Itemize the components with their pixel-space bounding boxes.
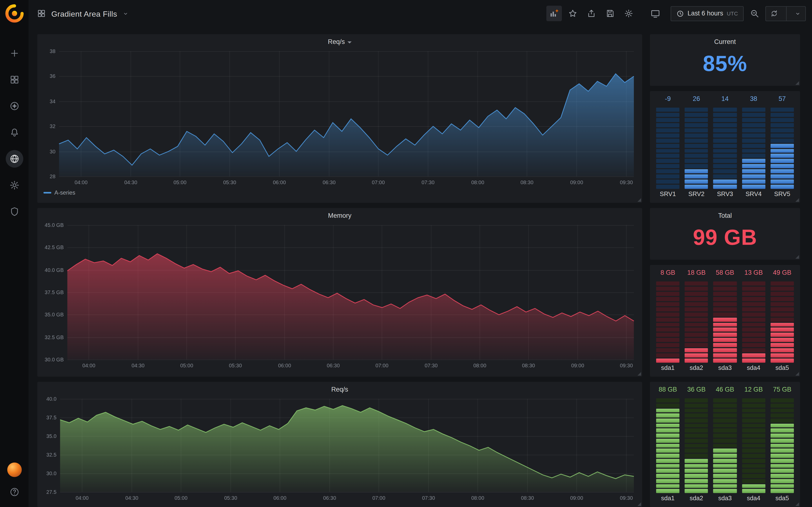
gauge-label: SRV3 [713,190,737,200]
gauge-label: sda5 [770,364,794,374]
gauge-cell [684,474,708,478]
gauge-cell [684,128,708,132]
panel-title-text: Total [718,212,732,219]
dashboard-settings-button[interactable] [621,6,636,21]
gauge-value: 38 [742,95,765,106]
gauge-cells [684,282,708,362]
gauge-cells [742,108,765,189]
share-button[interactable] [583,6,599,21]
gauge-cell [684,297,708,301]
refresh-interval-caret[interactable] [790,6,805,20]
dashboards-icon[interactable] [6,71,23,89]
gauge-cell [684,185,708,189]
gauge-cell [713,418,737,423]
gauge-cell [656,408,679,412]
gauge-cell [713,185,737,189]
gauge-cell [770,312,794,316]
gauge-cell [713,123,737,127]
user-avatar[interactable] [7,463,21,477]
gauge-cell [684,484,708,488]
zoom-out-time-button[interactable] [747,6,762,21]
gauge-cell [656,429,679,433]
chart-area-memory [40,221,639,370]
sidebar-bottom [6,463,23,501]
panel-title-current[interactable]: Current [650,34,800,48]
timeseries-chart-reqs-bottom[interactable] [40,395,639,503]
gauge-cell [770,413,794,418]
admin-shield-icon[interactable] [6,203,23,220]
gauge-column: 26SRV2 [684,95,708,200]
gauge-cell [742,169,765,173]
timeseries-chart-memory[interactable] [40,221,639,370]
legend-series-swatch [44,192,51,193]
cycle-view-tv-button[interactable] [648,6,663,21]
configuration-gear-icon[interactable] [6,176,23,194]
gauge-cell [770,464,794,468]
chart-legend: A-series [37,187,642,198]
gauge-label: sda3 [713,364,737,374]
gauge-column: 46 GBsda3 [713,386,737,504]
gauge-cell [770,418,794,423]
create-icon[interactable] [6,44,23,62]
gauge-cell [684,302,708,306]
gauge-cell [684,459,708,463]
gauge-cell [742,439,765,443]
gauge-cell [713,424,737,428]
gauge-cell [684,154,708,158]
title-caret-icon[interactable] [122,10,129,17]
gauge-cell [656,398,679,402]
panel-title-total[interactable]: Total [650,208,800,221]
gauge-cell [656,333,679,337]
refresh-button[interactable] [766,6,782,20]
gauge-cell [770,128,794,132]
timeseries-chart-reqs-top[interactable] [40,48,639,187]
gauge-cell [684,358,708,362]
grafana-dashboard: Gradient Area Fills [0,0,812,507]
gauge-cell [713,149,737,153]
gauge-cell [770,185,794,189]
gauge-cell [713,434,737,438]
gauge-cell [713,108,737,112]
gauge-cell [713,333,737,337]
gauge-cell [713,449,737,453]
gauge-cell [770,444,794,448]
gauge-cell [656,323,679,327]
gauge-cell [742,338,765,342]
gauge-cell [684,464,708,468]
gauge-cell [656,424,679,428]
gauge-cell [684,180,708,184]
panel-title-reqs-top[interactable]: Req/s [37,34,642,48]
gauge-cell [770,343,794,347]
gauge-column: 75 GBsda5 [770,386,794,504]
gauge-cell [770,333,794,337]
gauge-cell [656,138,679,143]
panel-title-reqs-bottom[interactable]: Req/s [37,382,642,395]
gauge-cell [713,408,737,412]
legend-series-label[interactable]: A-series [54,189,75,195]
gauge-label: SRV4 [742,190,765,200]
save-button[interactable] [602,6,617,21]
star-button[interactable] [565,6,580,21]
add-panel-button[interactable] [546,6,562,21]
gauge-label: sda2 [684,364,708,374]
grafana-logo-icon[interactable] [5,4,23,23]
alerting-bell-icon[interactable] [6,124,23,141]
gauge-cell [742,297,765,301]
gauge-cell [684,118,708,122]
gauge-cell [656,343,679,347]
gauge-cell [770,282,794,286]
panel-title-memory[interactable]: Memory [37,208,642,221]
plugins-globe-icon[interactable] [6,150,23,168]
help-icon[interactable] [6,483,23,501]
gauge-cell [742,358,765,362]
gauge-cell [713,489,737,493]
gauge-cell [770,287,794,291]
gauge-cell [742,449,765,453]
time-range-picker[interactable]: Last 6 hours UTC [670,6,744,21]
gauge-column: 8 GBsda1 [656,269,679,374]
gauge-cell [713,348,737,352]
gauge-cell [742,149,765,153]
explore-icon[interactable] [6,97,23,115]
gauge-cell [656,338,679,342]
dashboard-title[interactable]: Gradient Area Fills [51,9,117,18]
